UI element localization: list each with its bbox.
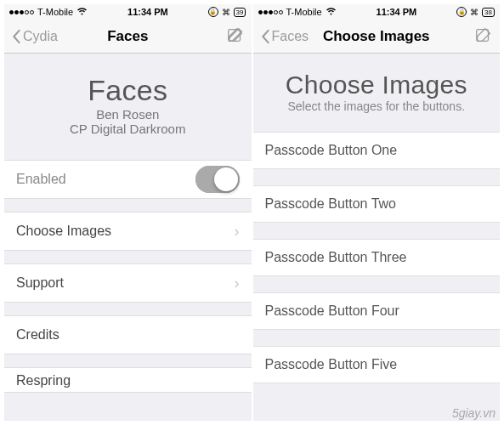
row-choose-images[interactable]: Choose Images › [4,212,252,251]
carrier-label: T-Mobile [286,7,322,17]
hero-header: Faces Ben Rosen CP Digital Darkroom [4,54,252,160]
row-respring[interactable]: Respring [4,367,252,393]
nav-bar: Faces Choose Images [253,20,501,54]
orientation-lock-icon: 🔒 [208,7,218,17]
hero-title: Faces [13,74,243,107]
row-label: Choose Images [16,224,111,239]
compose-icon [474,26,493,44]
wifi-icon [76,7,88,17]
row-passcode-button-two[interactable]: Passcode Button Two [253,185,501,223]
hero-title: Choose Images [262,71,492,99]
signal-icon [9,10,34,14]
chevron-right-icon: › [235,223,240,241]
status-left: T-Mobile [258,7,337,17]
back-button[interactable]: Faces [260,29,309,44]
back-button[interactable]: Cydia [11,29,58,44]
row-passcode-button-five[interactable]: Passcode Button Five [253,346,501,383]
group-gap [4,354,252,367]
orientation-lock-icon: 🔒 [456,7,467,17]
group-gap [253,329,501,346]
screen-choose-images: T-Mobile 11:34 PM 🔒 ⌘ 38 Faces Choose Im… [253,4,501,421]
row-passcode-button-three[interactable]: Passcode Button Three [253,239,501,276]
status-time: 11:34 PM [377,7,417,17]
carrier-label: T-Mobile [37,7,73,17]
row-enabled[interactable]: Enabled [4,160,252,199]
row-passcode-button-four[interactable]: Passcode Button Four [253,292,501,330]
row-enabled-label: Enabled [16,172,66,187]
row-label: Respring [16,373,71,388]
row-label: Passcode Button Two [265,196,396,212]
row-label: Credits [16,327,59,343]
compose-button[interactable] [226,26,245,48]
group-gap [253,222,501,239]
nav-bar: Cydia Faces [4,20,252,54]
chevron-right-icon: › [235,275,240,292]
hero-author: Ben Rosen [13,107,243,122]
row-passcode-button-one[interactable]: Passcode Button One [253,132,501,169]
row-credits[interactable]: Credits [4,315,252,354]
toggle-knob [214,167,238,191]
hero-org: CP Digital Darkroom [13,122,243,136]
status-left: T-Mobile [9,7,88,17]
group-gap [253,168,501,185]
hero-subtitle: Select the images for the buttons. [262,99,492,113]
group-gap [4,198,252,212]
chevron-left-icon [260,29,270,44]
chevron-left-icon [11,29,21,44]
group-gap [4,302,252,315]
screen-faces: T-Mobile 11:34 PM 🔒 ⌘ 39 Cydia Faces [4,4,252,421]
bluetooth-icon: ⌘ [222,8,230,17]
hero-header: Choose Images Select the images for the … [253,54,501,132]
back-label: Faces [272,29,309,44]
group-gap [4,250,252,264]
signal-icon [258,10,283,14]
row-label: Passcode Button One [265,143,398,158]
group-gap [253,275,501,292]
screenshot-pair: T-Mobile 11:34 PM 🔒 ⌘ 39 Cydia Faces [0,0,504,425]
status-right: 🔒 ⌘ 39 [208,7,246,17]
row-label: Support [16,275,64,291]
row-label: Passcode Button Four [265,303,399,319]
row-support[interactable]: Support › [4,264,252,303]
status-bar: T-Mobile 11:34 PM 🔒 ⌘ 38 [253,4,501,20]
compose-icon [226,26,245,44]
wifi-icon [326,7,337,17]
battery-badge: 38 [482,8,495,17]
back-label: Cydia [23,29,58,44]
compose-button[interactable] [474,26,493,48]
row-label: Passcode Button Five [265,357,398,372]
status-bar: T-Mobile 11:34 PM 🔒 ⌘ 39 [4,4,252,20]
status-right: 🔒 ⌘ 38 [456,7,495,17]
status-time: 11:34 PM [127,7,168,17]
row-label: Passcode Button Three [265,250,407,265]
enabled-toggle[interactable] [195,166,240,193]
battery-badge: 39 [234,8,246,17]
bluetooth-icon: ⌘ [470,8,479,17]
